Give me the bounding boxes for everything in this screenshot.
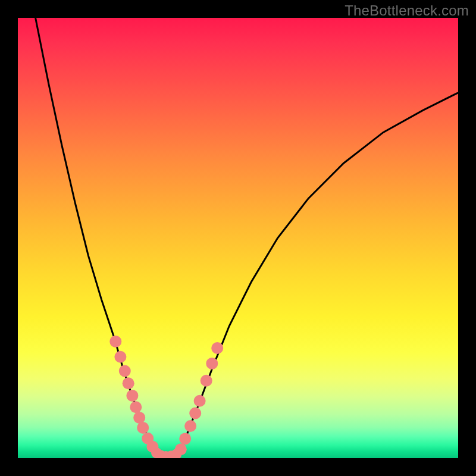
watermark-text: TheBottleneck.com bbox=[345, 2, 469, 19]
curve-right bbox=[176, 93, 458, 456]
chart-frame: TheBottleneck.com bbox=[0, 0, 476, 476]
scatter-dot bbox=[211, 342, 223, 354]
scatter-dot bbox=[201, 375, 212, 387]
scatter-dot bbox=[184, 420, 196, 432]
scatter-dot bbox=[179, 433, 191, 444]
curve-right-path bbox=[176, 93, 458, 456]
curve-left bbox=[36, 18, 159, 456]
scatter-dot bbox=[206, 358, 218, 369]
scatter-dot bbox=[189, 408, 201, 419]
scatter-dot bbox=[133, 412, 145, 424]
scatter-dot bbox=[130, 401, 142, 413]
scatter-dots bbox=[109, 336, 223, 458]
plot-area bbox=[18, 18, 458, 458]
scatter-dot bbox=[109, 336, 121, 347]
curve-left-path bbox=[36, 18, 159, 456]
scatter-dot bbox=[123, 377, 134, 389]
scatter-dot bbox=[126, 390, 138, 402]
scatter-dot bbox=[194, 395, 206, 407]
scatter-dot bbox=[114, 351, 126, 363]
scatter-dot bbox=[137, 422, 149, 434]
scatter-dot bbox=[119, 365, 131, 377]
chart-svg bbox=[18, 18, 458, 458]
